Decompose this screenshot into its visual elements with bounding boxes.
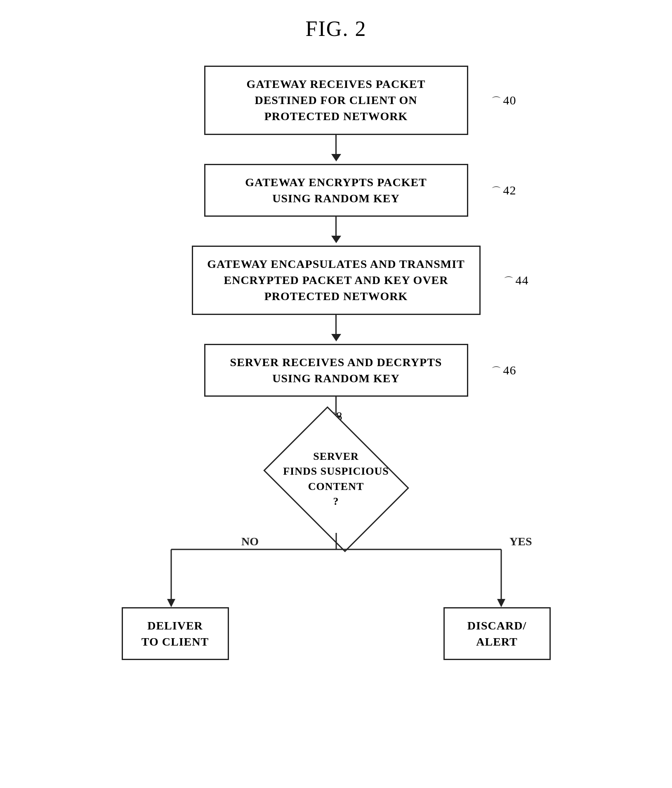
discard-alert-box: DISCARD/ALERT	[443, 607, 551, 660]
svg-text:YES: YES	[509, 535, 532, 548]
block-46: SERVER RECEIVES AND DECRYPTSUSING RANDOM…	[204, 344, 468, 397]
deliver-to-client-box: DELIVERTO CLIENT	[122, 607, 229, 660]
deliver-box-wrapper: DELIVERTO CLIENT	[122, 607, 229, 660]
diamond-48-container: 48 SERVERFINDS SUSPICIOUSCONTENT?	[266, 426, 406, 533]
ref-44: 44	[504, 272, 529, 289]
discard-box-wrapper: DISCARD/ALERT	[443, 607, 551, 660]
diamond-48-wrapper: 48 SERVERFINDS SUSPICIOUSCONTENT?	[266, 426, 406, 533]
block-44: GATEWAY ENCAPSULATES AND TRANSMITENCRYPT…	[192, 246, 481, 315]
discard-alert-text: DISCARD/ALERT	[467, 619, 526, 648]
block-44-text: GATEWAY ENCAPSULATES AND TRANSMITENCRYPT…	[207, 258, 465, 303]
svg-marker-3	[167, 599, 175, 607]
block-46-wrapper: SERVER RECEIVES AND DECRYPTSUSING RANDOM…	[204, 344, 468, 397]
arrow-2	[331, 217, 341, 246]
svg-text:NO: NO	[241, 535, 259, 548]
block-42: GATEWAY ENCRYPTS PACKETUSING RANDOM KEY …	[204, 164, 468, 217]
flowchart: GATEWAY RECEIVES PACKETDESTINED FOR CLIE…	[25, 66, 647, 706]
page-container: FIG. 2 GATEWAY RECEIVES PACKETDESTINED F…	[0, 0, 672, 788]
diamond-48-text: SERVERFINDS SUSPICIOUSCONTENT?	[283, 449, 389, 509]
branch-section: NO YES DELIVERTO CLIENT DISCARD/ALERT	[109, 533, 563, 706]
deliver-to-client-text: DELIVERTO CLIENT	[141, 619, 209, 648]
ref-46: 46	[491, 362, 516, 379]
arrow-3	[331, 315, 341, 344]
block-44-wrapper: GATEWAY ENCAPSULATES AND TRANSMITENCRYPT…	[192, 246, 481, 315]
figure-title: FIG. 2	[25, 17, 647, 41]
block-42-text: GATEWAY ENCRYPTS PACKETUSING RANDOM KEY	[245, 176, 427, 205]
svg-marker-6	[497, 599, 505, 607]
arrow-1	[331, 135, 341, 164]
block-40: GATEWAY RECEIVES PACKETDESTINED FOR CLIE…	[204, 66, 468, 135]
block-40-text: GATEWAY RECEIVES PACKETDESTINED FOR CLIE…	[247, 78, 426, 123]
ref-40: 40	[491, 92, 516, 109]
block-40-wrapper: GATEWAY RECEIVES PACKETDESTINED FOR CLIE…	[204, 66, 468, 135]
block-42-wrapper: GATEWAY ENCRYPTS PACKETUSING RANDOM KEY …	[204, 164, 468, 217]
block-46-text: SERVER RECEIVES AND DECRYPTSUSING RANDOM…	[230, 356, 442, 385]
ref-42: 42	[491, 182, 516, 199]
